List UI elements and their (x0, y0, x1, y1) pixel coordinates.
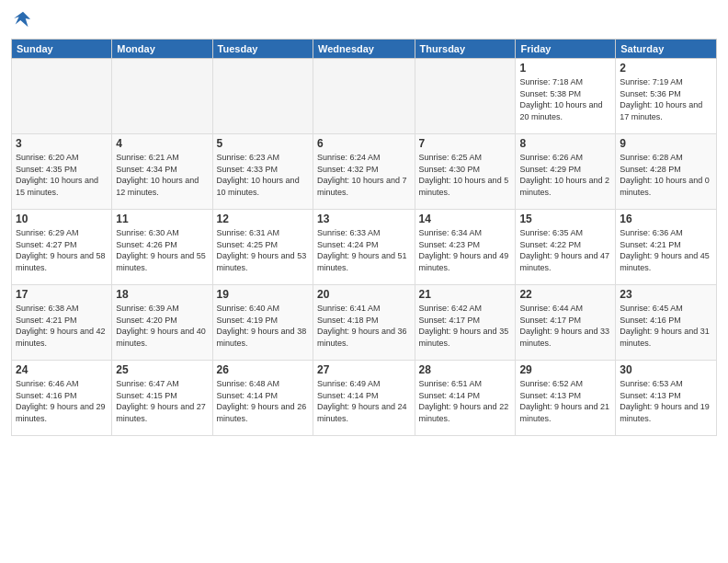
day-number: 17 (16, 288, 108, 301)
day-number: 30 (620, 363, 712, 376)
day-number: 21 (419, 288, 512, 301)
day-number: 26 (217, 363, 309, 376)
day-info: Sunrise: 6:35 AM Sunset: 4:22 PM Dayligh… (519, 227, 611, 273)
day-number: 10 (16, 213, 108, 225)
calendar-header-row: SundayMondayTuesdayWednesdayThursdayFrid… (12, 40, 717, 59)
calendar-cell: 2Sunrise: 7:19 AM Sunset: 5:36 PM Daylig… (616, 59, 717, 134)
calendar-cell: 5Sunrise: 6:23 AM Sunset: 4:33 PM Daylig… (212, 134, 313, 210)
day-number: 18 (116, 288, 208, 301)
weekday-header: Monday (112, 40, 212, 59)
weekday-header: Thursday (415, 40, 516, 59)
calendar-cell: 20Sunrise: 6:41 AM Sunset: 4:18 PM Dayli… (313, 285, 415, 361)
day-info: Sunrise: 6:20 AM Sunset: 4:35 PM Dayligh… (16, 152, 108, 198)
calendar-cell: 27Sunrise: 6:49 AM Sunset: 4:14 PM Dayli… (313, 361, 415, 436)
weekday-header: Friday (516, 40, 616, 59)
calendar-cell: 11Sunrise: 6:30 AM Sunset: 4:26 PM Dayli… (112, 210, 212, 285)
day-number: 2 (620, 62, 712, 75)
day-number: 19 (217, 288, 309, 301)
calendar-cell: 18Sunrise: 6:39 AM Sunset: 4:20 PM Dayli… (112, 285, 212, 361)
calendar-cell: 19Sunrise: 6:40 AM Sunset: 4:19 PM Dayli… (212, 285, 313, 361)
day-info: Sunrise: 6:46 AM Sunset: 4:16 PM Dayligh… (16, 378, 108, 424)
calendar-cell: 7Sunrise: 6:25 AM Sunset: 4:30 PM Daylig… (415, 134, 516, 210)
header (11, 9, 717, 33)
day-number: 25 (116, 363, 208, 376)
day-number: 6 (317, 137, 411, 150)
day-number: 14 (419, 213, 512, 225)
day-number: 22 (519, 288, 611, 301)
calendar-cell: 8Sunrise: 6:26 AM Sunset: 4:29 PM Daylig… (516, 134, 616, 210)
day-info: Sunrise: 6:48 AM Sunset: 4:14 PM Dayligh… (217, 378, 309, 424)
svg-marker-0 (14, 12, 30, 28)
day-info: Sunrise: 6:49 AM Sunset: 4:14 PM Dayligh… (317, 378, 411, 424)
day-info: Sunrise: 6:33 AM Sunset: 4:24 PM Dayligh… (317, 227, 411, 273)
day-number: 5 (217, 137, 309, 150)
calendar-cell: 28Sunrise: 6:51 AM Sunset: 4:14 PM Dayli… (415, 361, 516, 436)
calendar-cell: 12Sunrise: 6:31 AM Sunset: 4:25 PM Dayli… (212, 210, 313, 285)
calendar-cell (212, 59, 313, 134)
day-info: Sunrise: 6:23 AM Sunset: 4:33 PM Dayligh… (217, 152, 309, 198)
calendar-cell: 22Sunrise: 6:44 AM Sunset: 4:17 PM Dayli… (516, 285, 616, 361)
day-info: Sunrise: 6:51 AM Sunset: 4:14 PM Dayligh… (419, 378, 512, 424)
calendar-cell: 15Sunrise: 6:35 AM Sunset: 4:22 PM Dayli… (516, 210, 616, 285)
calendar-cell: 21Sunrise: 6:42 AM Sunset: 4:17 PM Dayli… (415, 285, 516, 361)
day-info: Sunrise: 6:36 AM Sunset: 4:21 PM Dayligh… (620, 227, 712, 273)
day-info: Sunrise: 6:38 AM Sunset: 4:21 PM Dayligh… (16, 303, 108, 349)
day-number: 1 (519, 62, 611, 75)
logo (11, 9, 33, 33)
calendar-cell: 13Sunrise: 6:33 AM Sunset: 4:24 PM Dayli… (313, 210, 415, 285)
day-number: 12 (217, 213, 309, 225)
day-number: 3 (16, 137, 108, 150)
day-number: 29 (519, 363, 611, 376)
calendar-cell: 29Sunrise: 6:52 AM Sunset: 4:13 PM Dayli… (516, 361, 616, 436)
day-info: Sunrise: 6:39 AM Sunset: 4:20 PM Dayligh… (116, 303, 208, 349)
calendar-cell: 14Sunrise: 6:34 AM Sunset: 4:23 PM Dayli… (415, 210, 516, 285)
day-info: Sunrise: 6:47 AM Sunset: 4:15 PM Dayligh… (116, 378, 208, 424)
day-info: Sunrise: 7:19 AM Sunset: 5:36 PM Dayligh… (620, 76, 712, 122)
day-number: 24 (16, 363, 108, 376)
day-number: 28 (419, 363, 512, 376)
day-number: 9 (620, 137, 712, 150)
day-info: Sunrise: 7:18 AM Sunset: 5:38 PM Dayligh… (519, 76, 611, 122)
day-info: Sunrise: 6:53 AM Sunset: 4:13 PM Dayligh… (620, 378, 712, 424)
day-number: 20 (317, 288, 411, 301)
calendar-cell: 1Sunrise: 7:18 AM Sunset: 5:38 PM Daylig… (516, 59, 616, 134)
day-info: Sunrise: 6:34 AM Sunset: 4:23 PM Dayligh… (419, 227, 512, 273)
calendar-cell: 10Sunrise: 6:29 AM Sunset: 4:27 PM Dayli… (12, 210, 112, 285)
day-info: Sunrise: 6:45 AM Sunset: 4:16 PM Dayligh… (620, 303, 712, 349)
day-number: 8 (519, 137, 611, 150)
day-info: Sunrise: 6:24 AM Sunset: 4:32 PM Dayligh… (317, 152, 411, 198)
day-info: Sunrise: 6:28 AM Sunset: 4:28 PM Dayligh… (620, 152, 712, 198)
calendar-cell: 4Sunrise: 6:21 AM Sunset: 4:34 PM Daylig… (112, 134, 212, 210)
calendar-week-row: 17Sunrise: 6:38 AM Sunset: 4:21 PM Dayli… (12, 285, 717, 361)
weekday-header: Wednesday (313, 40, 415, 59)
calendar-cell: 25Sunrise: 6:47 AM Sunset: 4:15 PM Dayli… (112, 361, 212, 436)
day-info: Sunrise: 6:26 AM Sunset: 4:29 PM Dayligh… (519, 152, 611, 198)
day-info: Sunrise: 6:42 AM Sunset: 4:17 PM Dayligh… (419, 303, 512, 349)
day-number: 16 (620, 213, 712, 225)
calendar-week-row: 3Sunrise: 6:20 AM Sunset: 4:35 PM Daylig… (12, 134, 717, 210)
day-info: Sunrise: 6:25 AM Sunset: 4:30 PM Dayligh… (419, 152, 512, 198)
calendar-cell: 16Sunrise: 6:36 AM Sunset: 4:21 PM Dayli… (616, 210, 717, 285)
calendar-cell: 3Sunrise: 6:20 AM Sunset: 4:35 PM Daylig… (12, 134, 112, 210)
calendar-cell (313, 59, 415, 134)
weekday-header: Tuesday (212, 40, 313, 59)
weekday-header: Saturday (616, 40, 717, 59)
day-number: 4 (116, 137, 208, 150)
calendar-week-row: 24Sunrise: 6:46 AM Sunset: 4:16 PM Dayli… (12, 361, 717, 436)
calendar: SundayMondayTuesdayWednesdayThursdayFrid… (11, 39, 717, 436)
day-info: Sunrise: 6:52 AM Sunset: 4:13 PM Dayligh… (519, 378, 611, 424)
calendar-cell: 30Sunrise: 6:53 AM Sunset: 4:13 PM Dayli… (616, 361, 717, 436)
day-number: 7 (419, 137, 512, 150)
day-info: Sunrise: 6:40 AM Sunset: 4:19 PM Dayligh… (217, 303, 309, 349)
day-info: Sunrise: 6:30 AM Sunset: 4:26 PM Dayligh… (116, 227, 208, 273)
day-number: 23 (620, 288, 712, 301)
weekday-header: Sunday (12, 40, 112, 59)
day-info: Sunrise: 6:31 AM Sunset: 4:25 PM Dayligh… (217, 227, 309, 273)
day-info: Sunrise: 6:44 AM Sunset: 4:17 PM Dayligh… (519, 303, 611, 349)
day-number: 15 (519, 213, 611, 225)
calendar-cell (112, 59, 212, 134)
day-number: 27 (317, 363, 411, 376)
calendar-week-row: 10Sunrise: 6:29 AM Sunset: 4:27 PM Dayli… (12, 210, 717, 285)
logo-icon (13, 9, 33, 29)
day-info: Sunrise: 6:41 AM Sunset: 4:18 PM Dayligh… (317, 303, 411, 349)
